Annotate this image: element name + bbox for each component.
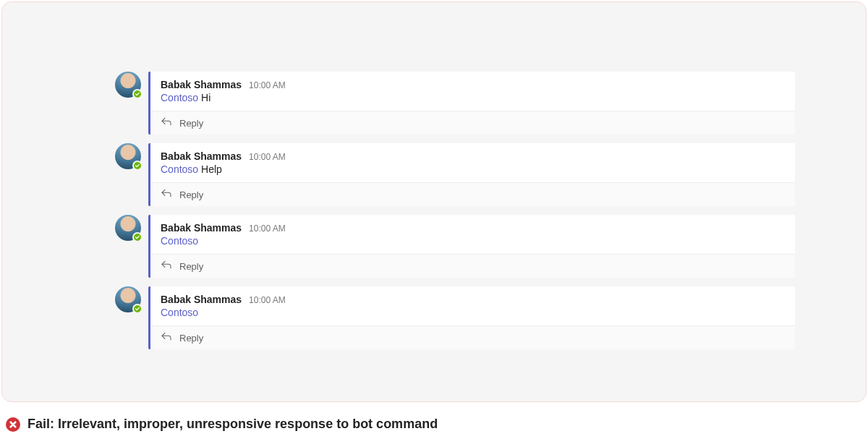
avatar[interactable] (115, 286, 141, 312)
message-feed: Babak Shammas 10:00 AM Contoso Hi Reply (115, 72, 795, 358)
reply-button[interactable]: Reply (150, 183, 795, 206)
chat-post: Babak Shammas 10:00 AM Contoso Reply (115, 286, 795, 349)
reply-icon (161, 260, 172, 272)
message-body: Contoso Hi (161, 92, 783, 103)
message-card: Babak Shammas 10:00 AM Contoso Reply (148, 215, 795, 278)
avatar[interactable] (115, 143, 141, 169)
avatar[interactable] (115, 215, 141, 241)
reply-button[interactable]: Reply (150, 255, 795, 278)
reply-label: Reply (179, 118, 203, 129)
fail-icon (6, 417, 20, 432)
presence-available-icon (132, 89, 142, 99)
reply-icon (161, 332, 172, 344)
chat-post: Babak Shammas 10:00 AM Contoso Help Repl… (115, 143, 795, 206)
chat-post: Babak Shammas 10:00 AM Contoso Hi Reply (115, 72, 795, 135)
reply-label: Reply (179, 261, 203, 272)
reply-label: Reply (179, 333, 203, 344)
reply-label: Reply (179, 189, 203, 200)
reply-icon (161, 117, 172, 129)
message-text: Hi (201, 92, 210, 103)
reply-button[interactable]: Reply (150, 111, 795, 135)
message-body: Contoso (161, 307, 783, 318)
timestamp: 10:00 AM (249, 223, 286, 234)
presence-available-icon (132, 161, 142, 171)
message-card: Babak Shammas 10:00 AM Contoso Reply (148, 286, 795, 349)
presence-available-icon (132, 304, 142, 314)
timestamp: 10:00 AM (249, 80, 286, 90)
mention[interactable]: Contoso (161, 163, 198, 175)
status-text: Fail: Irrelevant, improper, unresponsive… (27, 417, 438, 432)
mention[interactable]: Contoso (161, 307, 198, 318)
message-body: Contoso Help (161, 163, 783, 175)
author-name: Babak Shammas (161, 79, 242, 90)
message-text: Help (201, 163, 222, 175)
message-body: Contoso (161, 235, 783, 247)
chat-frame: Babak Shammas 10:00 AM Contoso Hi Reply (1, 1, 867, 402)
author-name: Babak Shammas (161, 222, 242, 234)
message-card: Babak Shammas 10:00 AM Contoso Hi Reply (148, 72, 795, 135)
presence-available-icon (132, 232, 142, 242)
reply-icon (161, 189, 172, 200)
chat-post: Babak Shammas 10:00 AM Contoso Reply (115, 215, 795, 278)
reply-button[interactable]: Reply (150, 326, 795, 349)
message-card: Babak Shammas 10:00 AM Contoso Help Repl… (148, 143, 795, 206)
author-name: Babak Shammas (161, 150, 242, 162)
mention[interactable]: Contoso (161, 235, 198, 247)
status-bar: Fail: Irrelevant, improper, unresponsive… (6, 417, 438, 432)
author-name: Babak Shammas (161, 294, 242, 305)
mention[interactable]: Contoso (161, 92, 198, 103)
timestamp: 10:00 AM (249, 295, 286, 305)
timestamp: 10:00 AM (249, 152, 286, 162)
avatar[interactable] (115, 72, 141, 98)
